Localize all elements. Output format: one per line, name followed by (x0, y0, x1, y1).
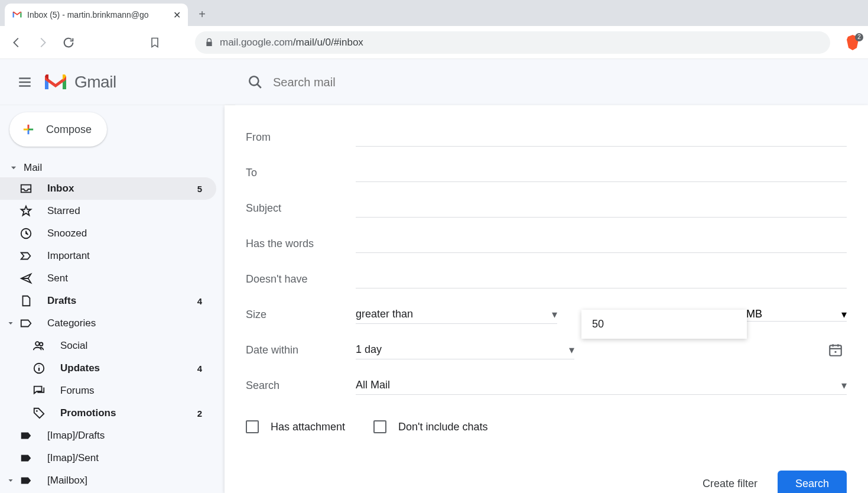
clock-icon (19, 227, 33, 240)
sidebar-item-drafts[interactable]: Drafts4 (0, 290, 216, 312)
sidebar-item-important[interactable]: Important (0, 245, 216, 267)
sidebar-item-label: Updates (60, 362, 100, 374)
date-range-select[interactable]: 1 day▾ (356, 340, 574, 359)
svg-point-2 (35, 342, 39, 345)
checkbox-icon (246, 420, 259, 433)
size-autocomplete-popup[interactable]: 50 (581, 310, 747, 339)
sidebar-item-label: Inbox (47, 183, 74, 194)
has-words-label: Has the words (246, 238, 344, 250)
chevron-down-icon: ▾ (841, 379, 847, 392)
brave-shield-icon[interactable]: 2 (844, 34, 861, 51)
from-label: From (246, 131, 344, 144)
main-menu-button[interactable] (11, 68, 39, 96)
create-filter-link[interactable]: Create filter (703, 478, 758, 490)
search-bar (235, 59, 868, 105)
shield-badge: 2 (855, 33, 863, 41)
label-solid-icon (19, 429, 33, 442)
info-icon (32, 362, 46, 375)
search-icon[interactable] (241, 68, 269, 96)
send-icon (19, 272, 33, 285)
browser-tab-active[interactable]: Inbox (5) - martin.brinkmann@go ✕ (5, 4, 188, 26)
search-button[interactable]: Search (778, 471, 847, 493)
chevron-down-icon (9, 164, 18, 172)
search-input[interactable] (269, 76, 868, 89)
sidebar-item-categories[interactable]: Categories (0, 312, 216, 335)
size-operator-select[interactable]: greater than▾ (356, 305, 557, 324)
calendar-icon[interactable] (828, 342, 847, 358)
important-icon (19, 249, 33, 262)
sidebar-section-mail[interactable]: Mail (0, 158, 225, 177)
sidebar-item-forums[interactable]: Forums (0, 380, 216, 402)
to-label: To (246, 167, 344, 179)
sidebar-item-sent[interactable]: Sent (0, 267, 216, 290)
sidebar-item-inbox[interactable]: Inbox5 (0, 177, 216, 200)
svg-rect-6 (830, 345, 841, 355)
plus-icon (20, 121, 37, 138)
chevron-down-icon (7, 477, 14, 484)
gmail-logo[interactable]: Gmail (43, 72, 116, 92)
has-attachment-checkbox[interactable]: Has attachment (246, 420, 345, 433)
sidebar-item-updates[interactable]: Updates4 (0, 357, 216, 380)
compose-button[interactable]: Compose (9, 112, 107, 147)
gmail-favicon (12, 9, 22, 20)
svg-point-3 (40, 343, 43, 346)
search-scope-label: Search (246, 380, 344, 392)
size-label: Size (246, 309, 344, 321)
sidebar-item-snoozed[interactable]: Snoozed (0, 222, 216, 245)
tab-title: Inbox (5) - martin.brinkmann@go (27, 10, 149, 20)
sidebar-item-count: 4 (197, 296, 202, 306)
sidebar-item-count: 4 (197, 364, 202, 374)
nav-forward-button[interactable] (33, 33, 52, 52)
sidebar-item-label: Promotions (60, 407, 116, 419)
sidebar-item-label: Forums (60, 385, 95, 397)
gmail-logo-icon (43, 72, 69, 92)
svg-point-7 (834, 351, 836, 353)
chevron-down-icon: ▾ (841, 308, 847, 321)
checkbox-icon (373, 420, 386, 433)
sidebar-item-label: [Imap]/Drafts (47, 430, 105, 442)
gmail-wordmark: Gmail (74, 73, 116, 92)
to-input[interactable] (356, 163, 847, 182)
sidebar-item-label: Drafts (47, 295, 76, 307)
chevron-down-icon: ▾ (552, 308, 557, 321)
compose-label: Compose (46, 124, 92, 136)
bookmark-icon[interactable] (145, 33, 164, 52)
sidebar-item-label: Sent (47, 273, 68, 284)
svg-point-0 (249, 76, 258, 85)
sidebar-item-starred[interactable]: Starred (0, 200, 216, 222)
sidebar-item--imap-drafts[interactable]: [Imap]/Drafts (0, 424, 216, 447)
subject-label: Subject (246, 202, 344, 215)
url-bar[interactable]: mail.google.com/mail/u/0/#inbox (195, 31, 830, 54)
tab-close-icon[interactable]: ✕ (173, 9, 181, 21)
size-unit-select[interactable]: MB▾ (746, 308, 847, 322)
file-icon (19, 294, 33, 307)
label-icon (19, 317, 33, 330)
people-icon (32, 339, 46, 352)
sidebar-item--mailbox-[interactable]: [Mailbox] (0, 469, 216, 492)
advanced-search-panel: From To Subject Has the words Doesn't ha… (225, 105, 868, 493)
sidebar-item--imap-sent[interactable]: [Imap]/Sent (0, 447, 216, 469)
sidebar-item-label: Important (47, 250, 90, 262)
forum-icon (32, 384, 46, 397)
autocomplete-suggestion: 50 (592, 318, 604, 330)
sidebar-item-social[interactable]: Social (0, 335, 216, 357)
doesnt-have-label: Doesn't have (246, 273, 344, 286)
sidebar-item-label: Categories (47, 317, 96, 329)
subject-input[interactable] (356, 199, 847, 218)
dont-include-chats-checkbox[interactable]: Don't include chats (373, 420, 488, 433)
nav-back-button[interactable] (7, 33, 26, 52)
browser-tab-strip: Inbox (5) - martin.brinkmann@go ✕ + (0, 0, 868, 26)
from-input[interactable] (356, 128, 847, 147)
label-solid-icon (19, 474, 33, 487)
sidebar-item-label: [Imap]/Sent (47, 452, 99, 464)
search-scope-select[interactable]: All Mail▾ (356, 376, 847, 395)
new-tab-button[interactable]: + (193, 5, 212, 24)
sidebar-item-promotions[interactable]: Promotions2 (0, 402, 216, 424)
tag-icon (32, 407, 46, 420)
doesnt-have-input[interactable] (356, 270, 847, 288)
chevron-down-icon (7, 320, 14, 327)
label-solid-icon (19, 452, 33, 465)
nav-reload-button[interactable] (59, 33, 78, 52)
has-words-input[interactable] (356, 234, 847, 253)
browser-toolbar: mail.google.com/mail/u/0/#inbox 2 (0, 26, 868, 59)
